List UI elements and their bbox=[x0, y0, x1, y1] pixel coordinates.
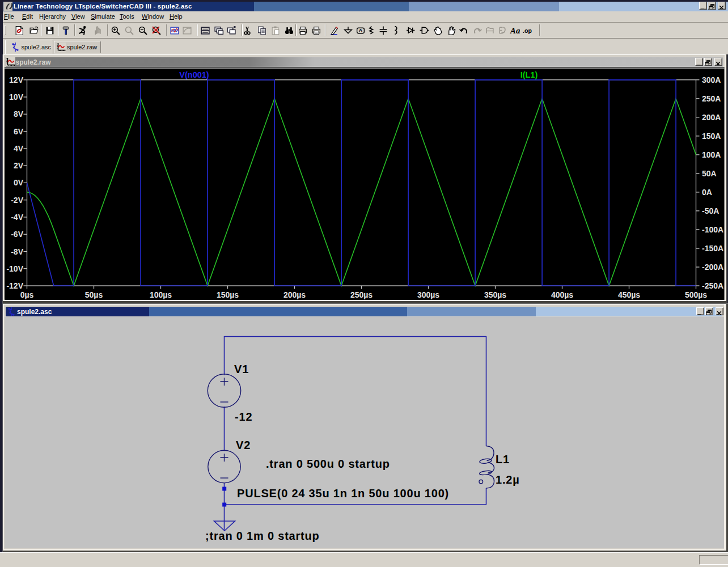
svg-text:0A: 0A bbox=[702, 187, 712, 196]
svg-text:Aa: Aa bbox=[510, 26, 520, 35]
svg-text:V1: V1 bbox=[234, 362, 249, 375]
svg-text:2V: 2V bbox=[14, 161, 24, 170]
svg-text:250µs: 250µs bbox=[350, 290, 373, 299]
svg-text:6V: 6V bbox=[14, 126, 24, 136]
svg-text:300µs: 300µs bbox=[417, 290, 439, 299]
svg-text:I(L1): I(L1) bbox=[520, 70, 538, 79]
svg-text:V(n001): V(n001) bbox=[179, 70, 209, 79]
svg-text:200A: 200A bbox=[702, 112, 721, 121]
svg-text:200µs: 200µs bbox=[283, 290, 306, 299]
svg-text:100A: 100A bbox=[702, 150, 721, 159]
svg-text:350µs: 350µs bbox=[484, 290, 506, 299]
svg-text:150µs: 150µs bbox=[217, 290, 239, 299]
svg-text:-150A: -150A bbox=[702, 244, 723, 253]
svg-text:300A: 300A bbox=[702, 75, 721, 84]
svg-text:V2: V2 bbox=[236, 438, 251, 451]
svg-text:450µs: 450µs bbox=[618, 290, 640, 299]
svg-text:10V: 10V bbox=[9, 92, 24, 101]
svg-text:-12: -12 bbox=[235, 410, 252, 422]
svg-text:-200A: -200A bbox=[702, 263, 723, 272]
svg-text:50A: 50A bbox=[702, 168, 717, 177]
svg-text:400µs: 400µs bbox=[551, 290, 573, 299]
svg-text:100µs: 100µs bbox=[150, 290, 172, 299]
svg-text:.op: .op bbox=[523, 27, 532, 34]
svg-text:-8V: -8V bbox=[11, 247, 23, 256]
svg-text:-10V: -10V bbox=[6, 264, 23, 273]
svg-text:0µs: 0µs bbox=[20, 290, 34, 299]
svg-text:-2V: -2V bbox=[11, 195, 23, 204]
svg-text:L1: L1 bbox=[496, 452, 510, 465]
svg-text:4V: 4V bbox=[14, 143, 24, 153]
svg-text:A: A bbox=[359, 27, 363, 33]
svg-text:250A: 250A bbox=[702, 94, 721, 103]
svg-text:-4V: -4V bbox=[11, 212, 23, 221]
svg-text:12V: 12V bbox=[9, 75, 24, 84]
svg-text:500µs: 500µs bbox=[685, 290, 707, 299]
svg-text:150A: 150A bbox=[702, 131, 721, 140]
svg-text:-6V: -6V bbox=[11, 230, 23, 239]
svg-text:50µs: 50µs bbox=[85, 290, 103, 299]
svg-text:-250A: -250A bbox=[702, 281, 723, 290]
svg-text:0V: 0V bbox=[14, 178, 24, 187]
svg-text:.tran 0 500u 0 startup: .tran 0 500u 0 startup bbox=[266, 457, 390, 469]
svg-text:-12V: -12V bbox=[6, 281, 23, 290]
svg-text:-50A: -50A bbox=[702, 206, 719, 215]
svg-text:1.2µ: 1.2µ bbox=[496, 473, 520, 485]
svg-text:;tran 0 1m 0 startup: ;tran 0 1m 0 startup bbox=[205, 529, 320, 541]
svg-text:PULSE(0 24 35u 1n 1n 50u 100u: PULSE(0 24 35u 1n 1n 50u 100u 100) bbox=[237, 486, 449, 499]
svg-text:8V: 8V bbox=[14, 109, 24, 119]
svg-text:-100A: -100A bbox=[702, 225, 723, 234]
